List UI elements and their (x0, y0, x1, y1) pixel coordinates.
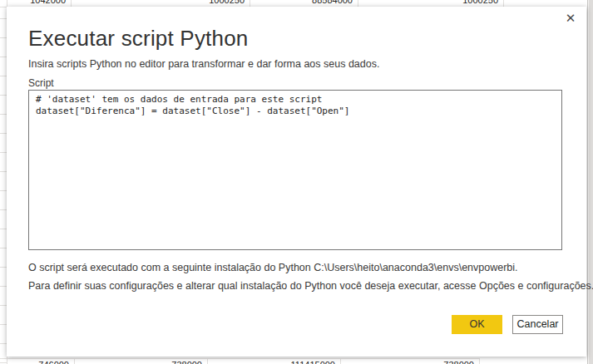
code-line: dataset["Diferenca"] = dataset["Close"] … (36, 106, 555, 117)
run-python-script-dialog: ✕ Executar script Python Insira scripts … (7, 7, 586, 357)
installation-info-text: O script será executado com a seguinte i… (28, 262, 518, 273)
settings-info-text: Para definir suas configurações e altera… (28, 280, 593, 292)
dialog-title: Executar script Python (28, 25, 249, 52)
script-editor[interactable]: # 'dataset' tem os dados de entrada para… (28, 90, 562, 250)
ok-button[interactable]: OK (452, 315, 502, 334)
background-table-cells: 746000 738000 111415000 738000 (0, 358, 480, 364)
scrollbar-thumb[interactable] (589, 0, 593, 364)
table-cell: 738000 (341, 359, 480, 364)
button-row: OK Cancelar (452, 315, 563, 334)
cancel-button[interactable]: Cancelar (512, 315, 563, 334)
screen: 1042000 1000250 88584000 1000250 746000 … (0, 0, 593, 364)
table-cell: 111415000 (208, 359, 341, 364)
code-line: # 'dataset' tem os dados de entrada para… (36, 94, 555, 106)
table-cell: 738000 (75, 359, 208, 364)
script-label: Script (28, 77, 54, 89)
table-cell: 746000 (0, 359, 75, 364)
close-icon[interactable]: ✕ (562, 10, 579, 27)
table-cell: 1042000 (0, 0, 72, 7)
dialog-subtitle: Insira scripts Python no editor para tra… (28, 58, 379, 70)
background-table-bottom-row: 746000 738000 111415000 738000 (0, 357, 593, 364)
table-cell: 1000250 (358, 0, 504, 7)
background-scrollbar[interactable] (587, 0, 593, 364)
table-cell: 1000250 (72, 0, 250, 7)
table-cell: 88584000 (250, 0, 358, 7)
